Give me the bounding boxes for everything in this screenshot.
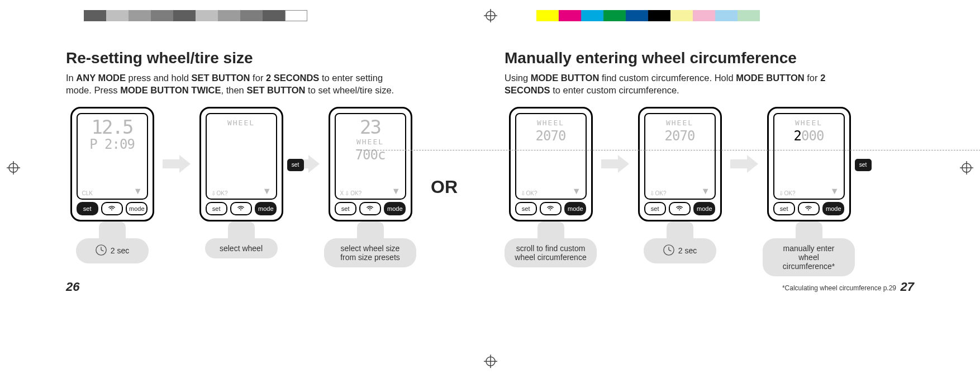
colorbar-swatch [173, 10, 196, 21]
pill-container: 2 sec [76, 222, 149, 263]
device-wifi-button[interactable] [230, 202, 252, 215]
pill-label: select wheel size from size presets [334, 244, 406, 262]
print-colorbar-right [536, 10, 760, 21]
device-set-button[interactable]: set [515, 202, 537, 215]
device-mode-button[interactable]: mode [822, 202, 844, 215]
colorbar-swatch [603, 10, 626, 21]
or-separator: OR [431, 130, 458, 244]
screen-bottom-row: ⇩OK? [211, 186, 272, 196]
colorbar-swatch [151, 10, 173, 21]
device: 12.5P 2:09CLKsetmode2 sec [66, 107, 158, 263]
device-set-button[interactable]: set [206, 202, 227, 215]
pill-stem [357, 222, 384, 239]
svg-point-22 [679, 209, 680, 210]
colorbar-swatch [626, 10, 648, 21]
device-body: WHEEL2070⇩OK?setmode [509, 107, 593, 222]
device-set-button[interactable]: set [644, 202, 666, 215]
down-arrow-icon: ⇩ [521, 190, 525, 196]
svg-point-27 [808, 209, 809, 210]
device-set-button[interactable]: set [77, 202, 98, 215]
down-triangle-icon [392, 186, 401, 196]
device-screen: WHEEL2070⇩OK? [515, 113, 587, 200]
device-body: WHEEL⇩OK?setmodeset [199, 107, 283, 222]
device-screen: WHEEL2000⇩OK? [773, 113, 845, 200]
colorbar-swatch [670, 10, 693, 21]
device-mode-button[interactable]: mode [255, 202, 277, 215]
colorbar-swatch [581, 10, 603, 21]
svg-line-25 [669, 250, 672, 251]
device-row-right: WHEEL2070⇩OK?setmodescroll to find custo… [505, 107, 915, 276]
device: WHEEL2070⇩OK?setmode2 sec [634, 107, 726, 263]
instruction-pill: scroll to find custom wheel circumferenc… [505, 238, 597, 267]
step-arrow-icon [730, 107, 758, 222]
device-button-row: setmode [644, 202, 716, 215]
screen-bottom-row: ⇩OK? [779, 186, 839, 196]
instruction-right: Using MODE BUTTON find custom circumfere… [505, 72, 845, 97]
down-triangle-icon [830, 186, 839, 196]
device-mode-button[interactable]: mode [126, 202, 148, 215]
device-mode-button[interactable]: mode [384, 202, 406, 215]
pill-container: scroll to find custom wheel circumferenc… [505, 222, 597, 267]
step-arrow-icon [163, 107, 191, 222]
screen-sub: 2000 [779, 128, 839, 144]
instruction-pill: manually enter wheel circumference* [763, 238, 855, 276]
device-screen: 23WHEEL700cX⇩OK? [335, 113, 406, 200]
device-wifi-button[interactable] [669, 202, 691, 215]
screen-label: WHEEL [340, 138, 401, 146]
pill-container: manually enter wheel circumference* [763, 222, 855, 276]
screen-bottom-row: CLK [82, 186, 142, 196]
clk-label: CLK [82, 190, 93, 196]
ok-prompt: OK? [655, 190, 667, 196]
instruction-left: In ANY MODE press and hold SET BUTTON fo… [66, 72, 407, 97]
down-triangle-icon [701, 186, 710, 196]
screen-label: WHEEL [650, 119, 710, 127]
pill-container: 2 sec [644, 222, 716, 263]
pill-label: select wheel [220, 244, 263, 253]
device-body: 12.5P 2:09CLKsetmode [70, 107, 154, 222]
device-wifi-button[interactable] [798, 202, 820, 215]
svg-marker-21 [601, 155, 629, 173]
device-set-button[interactable]: set [335, 202, 356, 215]
device-body: 23WHEEL700cX⇩OK?setmode [329, 107, 412, 222]
colorbar-swatch [536, 10, 559, 21]
ok-prompt: OK? [526, 190, 537, 196]
pill-stem [796, 222, 822, 239]
colorbar-swatch [738, 10, 760, 21]
pill-container: select wheel [205, 222, 278, 258]
device-wifi-button[interactable] [540, 202, 562, 215]
pill-stem [228, 222, 255, 239]
colorbar-swatch [196, 10, 218, 21]
pill-label: manually enter wheel circumference* [773, 244, 845, 271]
device-body: WHEEL2070⇩OK?setmode [638, 107, 722, 222]
pill-label: 2 sec [111, 246, 129, 255]
screen-label: WHEEL [779, 119, 839, 127]
device-set-button[interactable]: set [773, 202, 795, 215]
device-wifi-button[interactable] [101, 202, 123, 215]
device: WHEEL2070⇩OK?setmodescroll to find custo… [505, 107, 597, 267]
screen-sub: 2070 [650, 128, 710, 144]
registration-mark-bottom [484, 355, 497, 368]
title-left: Re-setting wheel/tire size [66, 49, 477, 67]
device-mode-button[interactable]: mode [564, 202, 586, 215]
step-arrow-icon [601, 107, 629, 222]
section-manual-circumference: Manually entering wheel circumference Us… [505, 49, 915, 276]
colorbar-swatch [263, 10, 285, 21]
page-number-right: 27 [901, 280, 914, 294]
x-indicator: X [340, 190, 344, 196]
screen-bottom-row: X⇩OK? [340, 186, 401, 196]
set-badge: set [287, 159, 304, 171]
colorbar-swatch [240, 10, 263, 21]
device-button-row: setmode [335, 202, 406, 215]
device-row-left: 12.5P 2:09CLKsetmode2 secWHEEL⇩OK?setmod… [66, 107, 477, 267]
device-wifi-button[interactable] [359, 202, 381, 215]
colorbar-swatch [129, 10, 151, 21]
device-mode-button[interactable]: mode [693, 202, 715, 215]
colorbar-swatch [106, 10, 129, 21]
pill-container: select wheel size from size presets [324, 222, 416, 267]
device: WHEEL⇩OK?setmodesetselect wheel [195, 107, 287, 258]
registration-mark-left [7, 161, 20, 175]
device: 23WHEEL700cX⇩OK?setmodeselect wheel size… [324, 107, 416, 267]
instruction-pill: select wheel [205, 238, 278, 258]
colorbar-swatch [559, 10, 581, 21]
colorbar-swatch [218, 10, 240, 21]
